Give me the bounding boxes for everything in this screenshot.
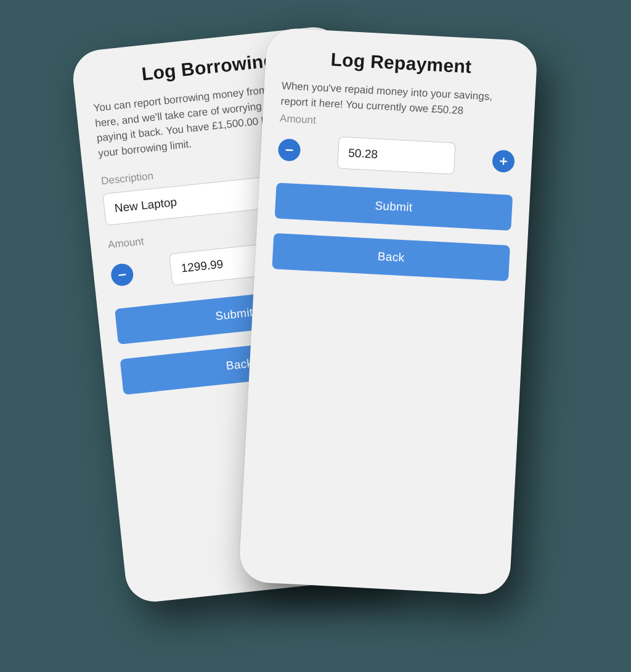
page-title: Log Repayment: [282, 47, 519, 80]
svg-rect-5: [503, 158, 505, 165]
decrement-button[interactable]: [110, 262, 134, 287]
decrement-button[interactable]: [278, 139, 301, 162]
minus-icon: [284, 145, 295, 155]
svg-rect-0: [118, 274, 126, 276]
amount-stepper: [277, 134, 515, 178]
svg-rect-3: [285, 149, 293, 151]
submit-button[interactable]: Submit: [275, 183, 513, 231]
minus-icon: [116, 269, 128, 280]
increment-button[interactable]: [492, 150, 515, 173]
phone-log-repayment: Log Repayment When you've repaid money i…: [238, 27, 538, 596]
plus-icon: [499, 156, 509, 166]
amount-input[interactable]: [337, 137, 455, 175]
back-button[interactable]: Back: [272, 233, 510, 281]
